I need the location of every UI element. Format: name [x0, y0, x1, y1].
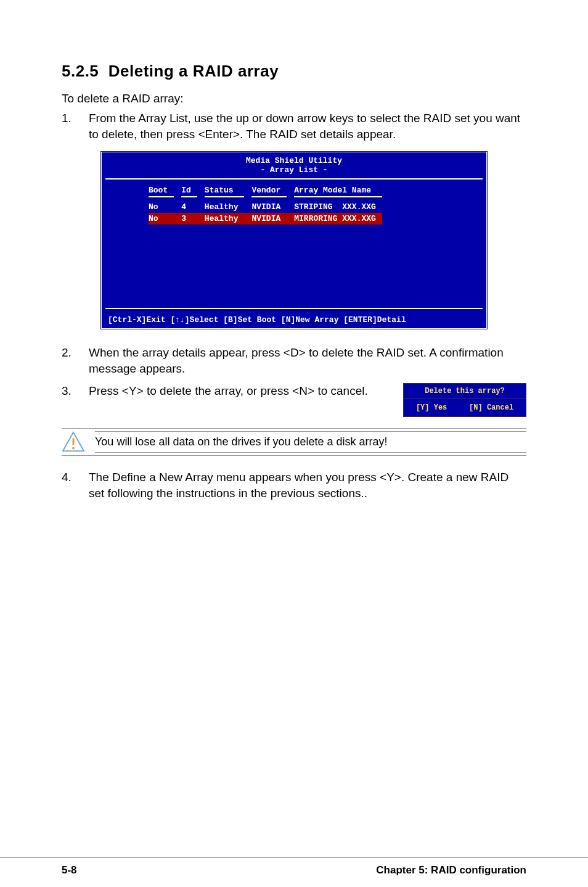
col-model: Array Model Name [294, 184, 382, 197]
section-number: 5.2.5 [62, 62, 99, 80]
step-1: 1. From the Array List, use the up or do… [62, 110, 526, 142]
col-boot: Boot [149, 184, 174, 197]
confirm-dialog: Delete this array? [Y] Yes [N] Cancel [403, 383, 526, 417]
cell-vendor: NVIDIA [251, 213, 287, 225]
step-text: Press <Y> to delete the array, or press … [89, 383, 391, 399]
chapter-label: Chapter 5: RAID configuration [376, 864, 526, 887]
confirm-no[interactable]: [N] Cancel [469, 403, 513, 413]
warning-icon [62, 431, 85, 452]
step-3: 3. Press <Y> to delete the array, or pre… [62, 383, 526, 417]
col-status: Status [205, 184, 245, 197]
confirm-yes[interactable]: [Y] Yes [416, 403, 447, 413]
svg-point-2 [72, 447, 75, 449]
bios-screenshot: Media Shield Utility - Array List - Boot… [100, 151, 488, 330]
cell-id: 3 [181, 213, 197, 225]
lead-text: To delete a RAID array: [62, 92, 526, 105]
cell-model: STRIPING XXX.XXG [294, 201, 382, 213]
bios-divider [105, 178, 483, 179]
warning-callout: You will lose all data on the drives if … [62, 428, 526, 456]
cell-vendor: NVIDIA [251, 201, 287, 213]
step-4: 4. The Define a New Array menu appears w… [62, 469, 526, 501]
page-number: 5-8 [62, 864, 77, 887]
table-row-selected[interactable]: No 3 Healthy NVIDIA MIRRORING XXX.XXG [149, 213, 382, 225]
bios-divider [105, 308, 483, 309]
step-text: The Define a New Array menu appears when… [89, 469, 526, 501]
warning-text: You will lose all data on the drives if … [95, 431, 526, 453]
cell-status: Healthy [205, 213, 245, 225]
page-footer: 5-8 Chapter 5: RAID configuration [0, 857, 588, 887]
section-heading: 5.2.5 Deleting a RAID array [62, 62, 526, 81]
table-row[interactable]: No 4 Healthy NVIDIA STRIPING XXX.XXG [149, 201, 382, 213]
step-number: 4. [62, 469, 89, 501]
section-title-text: Deleting a RAID array [108, 62, 279, 80]
bios-footer-keys: [Ctrl-X]Exit [↑↓]Select [B]Set Boot [N]N… [102, 311, 486, 328]
bios-array-table: Boot Id Status Vendor Array Model Name [149, 184, 382, 225]
cell-model: MIRRORING XXX.XXG [294, 213, 382, 225]
step-number: 2. [62, 345, 89, 376]
bios-title-line1: Media Shield Utility [102, 156, 486, 165]
step-number: 3. [62, 383, 89, 417]
step-2: 2. When the array details appear, press … [62, 345, 526, 376]
bios-title-line2: - Array List - [102, 165, 486, 175]
cell-status: Healthy [205, 201, 245, 213]
cell-boot: No [149, 213, 174, 225]
step-text: From the Array List, use the up or down … [89, 110, 526, 142]
step-number: 1. [62, 110, 89, 142]
col-vendor: Vendor [251, 184, 287, 197]
cell-boot: No [149, 201, 174, 213]
confirm-title: Delete this array? [404, 384, 526, 399]
step-text: When the array details appear, press <D>… [89, 345, 526, 376]
cell-id: 4 [181, 201, 197, 213]
col-id: Id [181, 184, 197, 197]
